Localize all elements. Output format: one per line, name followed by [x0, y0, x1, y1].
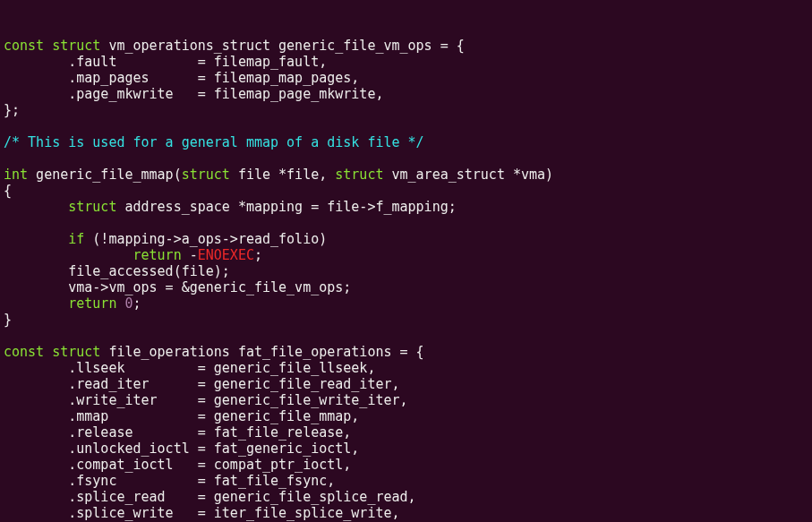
keyword-const: const [4, 38, 44, 54]
indent [4, 199, 68, 215]
keyword-struct: struct [335, 167, 383, 183]
code-line: { [4, 183, 12, 199]
keyword-const: const [4, 344, 44, 360]
code-line: }; [4, 102, 20, 118]
code-text: - [182, 247, 198, 263]
keyword-int: int [4, 167, 28, 183]
keyword-return: return [133, 247, 182, 263]
keyword-struct: struct [52, 38, 100, 54]
code-line: const struct file_operations fat_file_op… [4, 344, 424, 360]
code-line: if (!mapping->a_ops->read_folio) [4, 231, 327, 247]
code-text: file *file, [230, 167, 335, 183]
code-line: vma->vm_ops = &generic_file_vm_ops; [4, 279, 351, 295]
code-line: int generic_file_mmap(struct file *file,… [4, 167, 553, 183]
code-text: address_space *mapping = file->f_mapping… [116, 199, 456, 215]
code-text: ; [133, 295, 141, 312]
code-line: .mmap = generic_file_mmap, [4, 408, 359, 424]
code-text: file_operations fat_file_operations = { [100, 344, 423, 360]
code-line: .compat_ioctl = compat_ptr_ioctl, [4, 457, 351, 473]
code-line: .llseek = generic_file_llseek, [4, 360, 375, 376]
code-line: .unlocked_ioctl = fat_generic_ioctl, [4, 441, 359, 457]
code-line: struct address_space *mapping = file->f_… [4, 199, 457, 215]
indent [4, 295, 68, 312]
code-line: return -ENOEXEC; [4, 247, 262, 263]
code-editor[interactable]: const struct vm_operations_struct generi… [4, 38, 808, 522]
code-line: file_accessed(file); [4, 263, 230, 279]
code-line: .page_mkwrite = filemap_page_mkwrite, [4, 86, 383, 102]
code-line: .map_pages = filemap_map_pages, [4, 70, 359, 86]
code-line: .fsync = fat_file_fsync, [4, 473, 335, 489]
keyword-struct: struct [68, 199, 116, 215]
code-line: return 0; [4, 295, 141, 312]
code-line: .write_iter = generic_file_write_iter, [4, 392, 408, 408]
indent [4, 231, 68, 247]
code-text: vm_operations_struct generic_file_vm_ops… [100, 38, 464, 54]
code-line: .read_iter = generic_file_read_iter, [4, 376, 400, 392]
code-text: generic_file_mmap( [28, 167, 182, 183]
code-line: } [4, 312, 12, 328]
code-line: .splice_write = iter_file_splice_write, [4, 505, 400, 521]
code-line: .splice_read = generic_file_splice_read, [4, 489, 416, 505]
keyword-struct: struct [52, 344, 100, 360]
code-line: .fault = filemap_fault, [4, 54, 327, 70]
number-literal: 0 [124, 295, 132, 312]
code-text: ; [254, 247, 262, 263]
code-text: (!mapping->a_ops->read_folio) [84, 231, 327, 247]
code-line: .release = fat_file_release, [4, 424, 351, 441]
error-const: ENOEXEC [198, 247, 254, 263]
code-text: vm_area_struct *vma) [383, 167, 553, 183]
code-line: const struct vm_operations_struct generi… [4, 38, 465, 54]
indent [4, 247, 133, 263]
keyword-struct: struct [182, 167, 230, 183]
keyword-if: if [68, 231, 84, 247]
keyword-return: return [68, 295, 116, 312]
comment: /* This is used for a general mmap of a … [4, 134, 424, 150]
